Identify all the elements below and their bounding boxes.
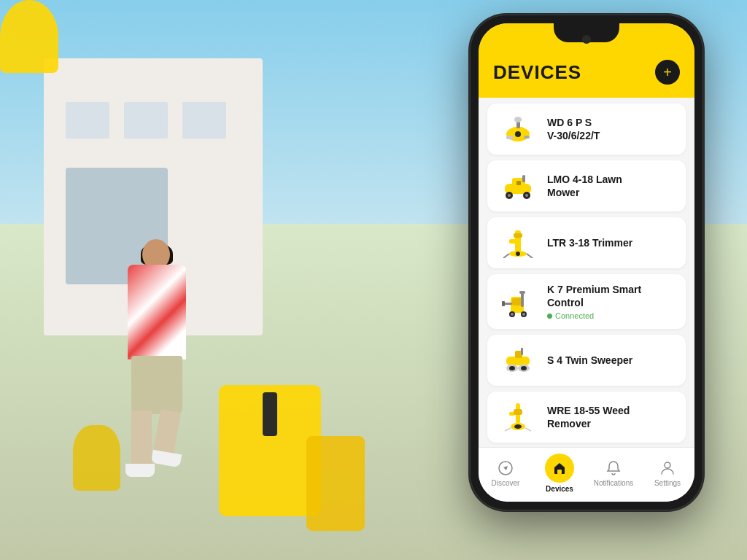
svg-rect-19 [514, 233, 522, 238]
svg-point-38 [521, 366, 527, 370]
nav-item-devices[interactable]: Devices [538, 454, 581, 493]
device-icon-pressure-washer [498, 285, 538, 319]
svg-point-29 [522, 313, 525, 316]
device-item-ltr318[interactable]: LTR 3-18 Trimmer [487, 217, 686, 268]
device-status-k7premium: Connected [547, 311, 676, 320]
device-list: WD 6 P SV-30/6/22/T [479, 98, 694, 447]
svg-line-20 [503, 254, 509, 258]
svg-line-45 [525, 428, 531, 431]
svg-point-27 [511, 313, 514, 316]
device-info-k7premium: K 7 Premium SmartControl Connected [547, 283, 676, 320]
nav-item-settings[interactable]: Settings [646, 459, 689, 487]
device-info-ltr318: LTR 3-18 Trimmer [547, 236, 676, 249]
svg-point-36 [509, 366, 515, 370]
nav-item-discover[interactable]: Discover [484, 459, 527, 487]
device-name-s4twin: S 4 Twin Sweeper [547, 354, 676, 367]
svg-rect-24 [521, 292, 524, 307]
connected-indicator [547, 314, 552, 319]
device-name-lmo418: LMO 4-18 LawnMower [547, 173, 676, 199]
phone-camera [582, 35, 591, 44]
svg-rect-46 [557, 470, 562, 474]
svg-point-11 [508, 194, 511, 197]
svg-point-43 [514, 424, 522, 429]
nav-label-discover: Discover [492, 479, 520, 487]
device-icon-vacuum [498, 112, 538, 146]
device-info-lmo418: LMO 4-18 LawnMower [547, 173, 676, 199]
device-name-wre1855: WRE 18-55 WeedRemover [547, 404, 676, 430]
svg-rect-5 [506, 136, 514, 139]
device-name-wd6ps: WD 6 P SV-30/6/22/T [547, 116, 676, 142]
home-icon [545, 454, 574, 483]
equipment-center [219, 385, 321, 516]
device-item-wd6ps[interactable]: WD 6 P SV-30/6/22/T [487, 104, 686, 155]
page-title: DEVICES [493, 61, 581, 84]
bottom-nav: Discover Devices [479, 447, 694, 502]
device-info-s4twin: S 4 Twin Sweeper [547, 354, 676, 367]
svg-point-4 [515, 131, 521, 137]
svg-rect-25 [519, 291, 525, 294]
svg-rect-31 [502, 301, 505, 306]
device-name-ltr318: LTR 3-18 Trimmer [547, 236, 676, 249]
person-figure [117, 239, 197, 472]
phone-notch [554, 23, 619, 42]
equipment-left [0, 0, 58, 73]
device-item-s4twin[interactable]: S 4 Twin Sweeper [487, 335, 686, 386]
svg-rect-9 [522, 175, 525, 182]
device-icon-weed-remover [498, 400, 538, 434]
svg-point-47 [665, 462, 670, 468]
device-icon-lawnmower [498, 169, 538, 203]
person-icon [659, 459, 676, 477]
nav-label-settings: Settings [654, 479, 681, 487]
svg-rect-6 [524, 136, 530, 139]
plus-icon: + [663, 64, 672, 81]
device-info-wre1855: WRE 18-55 WeedRemover [547, 404, 676, 430]
svg-rect-34 [521, 348, 523, 355]
nav-item-notifications[interactable]: Notifications [592, 459, 635, 487]
device-icon-sweeper [498, 343, 538, 377]
svg-rect-41 [514, 409, 522, 415]
svg-point-13 [525, 194, 528, 197]
svg-point-3 [514, 117, 522, 122]
compass-icon [497, 459, 514, 477]
bell-icon [605, 459, 622, 477]
device-item-wre1855[interactable]: WRE 18-55 WeedRemover [487, 392, 686, 443]
svg-rect-17 [509, 239, 516, 244]
device-icon-trimmer [498, 226, 538, 260]
nav-label-devices: Devices [546, 485, 573, 493]
svg-line-21 [527, 254, 533, 258]
device-name-k7premium: K 7 Premium SmartControl [547, 283, 676, 309]
svg-line-44 [505, 428, 511, 431]
add-device-button[interactable]: + [655, 60, 680, 85]
equipment-right [306, 436, 365, 531]
phone: DEVICES + [470, 15, 703, 510]
connected-label: Connected [555, 311, 594, 320]
phone-screen: DEVICES + [479, 23, 694, 502]
svg-rect-14 [516, 181, 521, 185]
device-info-wd6ps: WD 6 P SV-30/6/22/T [547, 116, 676, 142]
svg-point-18 [516, 252, 520, 256]
phone-frame: DEVICES + [470, 15, 703, 510]
nav-label-notifications: Notifications [594, 479, 633, 487]
device-item-k7premium[interactable]: K 7 Premium SmartControl Connected [487, 274, 686, 329]
device-item-lmo418[interactable]: LMO 4-18 LawnMower [487, 160, 686, 211]
svg-rect-23 [512, 298, 522, 306]
equipment-far-left [73, 425, 120, 491]
